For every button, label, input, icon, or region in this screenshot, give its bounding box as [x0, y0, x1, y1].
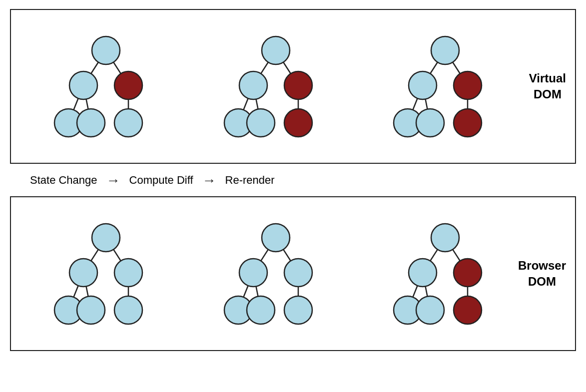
svg-point-7 — [114, 71, 142, 99]
svg-point-39 — [69, 259, 97, 287]
vdom-tree1-container — [26, 30, 196, 143]
virtual-dom-section: Virtual DOM — [10, 9, 576, 164]
svg-point-49 — [262, 224, 290, 252]
bdom-tree1-container — [26, 218, 196, 330]
vdom-tree2-container — [196, 30, 366, 143]
svg-point-54 — [284, 296, 312, 324]
browser-dom-section: Browser DOM — [10, 196, 576, 351]
flow-row: State Change → Compute Diff → Re-render — [10, 164, 576, 196]
virtual-dom-label: Virtual DOM — [529, 70, 566, 102]
svg-point-20 — [247, 109, 275, 137]
svg-point-10 — [114, 109, 142, 137]
svg-point-50 — [239, 259, 267, 287]
svg-point-21 — [284, 109, 312, 137]
svg-point-42 — [77, 296, 105, 324]
compute-diff-label: Compute Diff — [129, 174, 193, 187]
svg-point-40 — [114, 259, 142, 287]
svg-point-16 — [262, 36, 290, 64]
svg-point-38 — [92, 224, 120, 252]
flow-compute-diff: Compute Diff — [129, 174, 193, 187]
browser-dom-label: Browser DOM — [518, 258, 566, 289]
bdom-tree3-container — [365, 218, 535, 330]
svg-point-62 — [454, 259, 482, 287]
svg-point-6 — [69, 71, 97, 99]
svg-point-31 — [416, 109, 444, 137]
bdom-tree2-container — [196, 218, 366, 330]
svg-point-5 — [92, 36, 120, 64]
flow-rerender: Re-render — [225, 174, 275, 187]
svg-point-61 — [409, 259, 437, 287]
svg-point-29 — [454, 71, 482, 99]
state-change-label: State Change — [30, 174, 97, 187]
svg-point-60 — [431, 224, 459, 252]
rerender-label: Re-render — [225, 174, 275, 187]
arrow-1: → — [106, 172, 120, 188]
svg-point-43 — [114, 296, 142, 324]
svg-point-9 — [77, 109, 105, 137]
vdom-tree3-container — [365, 30, 535, 143]
flow-state-change: State Change — [30, 174, 97, 187]
svg-point-51 — [284, 259, 312, 287]
svg-point-18 — [284, 71, 312, 99]
arrow-2: → — [202, 172, 216, 188]
browser-dom-trees-row — [11, 197, 575, 350]
svg-point-65 — [454, 296, 482, 324]
svg-point-27 — [431, 36, 459, 64]
svg-point-17 — [239, 71, 267, 99]
svg-point-64 — [416, 296, 444, 324]
svg-point-53 — [247, 296, 275, 324]
virtual-dom-trees-row — [11, 10, 575, 163]
svg-point-32 — [454, 109, 482, 137]
svg-point-28 — [409, 71, 437, 99]
